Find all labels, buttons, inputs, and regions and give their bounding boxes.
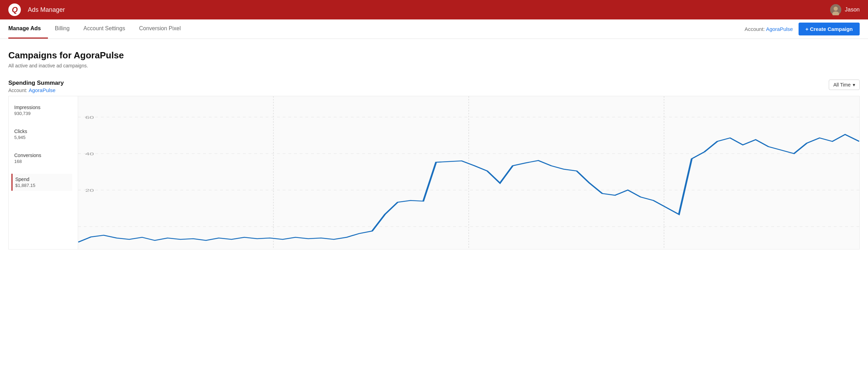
metric-impressions[interactable]: Impressions 930,739: [14, 102, 72, 119]
tab-manage-ads[interactable]: Manage Ads: [8, 19, 48, 39]
spending-header: Spending Summary Account: AgoraPulse All…: [8, 80, 860, 93]
page-subtitle: All active and inactive ad campaigns.: [8, 63, 860, 68]
avatar: [830, 4, 841, 15]
account-link[interactable]: AgoraPulse: [766, 26, 793, 32]
spending-account-link[interactable]: AgoraPulse: [28, 87, 56, 93]
tab-account-settings[interactable]: Account Settings: [76, 19, 132, 39]
svg-text:60: 60: [85, 115, 94, 120]
svg-text:40: 40: [85, 152, 94, 156]
nav-bar: Manage Ads Billing Account Settings Conv…: [0, 19, 868, 39]
spending-summary-section: Spending Summary Account: AgoraPulse All…: [8, 80, 860, 249]
app-name: Ads Manager: [28, 6, 65, 14]
tab-conversion-pixel[interactable]: Conversion Pixel: [132, 19, 187, 39]
create-campaign-button[interactable]: + Create Campaign: [799, 23, 860, 35]
metric-clicks[interactable]: Clicks 5,945: [14, 126, 72, 143]
chevron-down-icon: ▾: [853, 82, 855, 88]
nav-right: Account: AgoraPulse + Create Campaign: [744, 23, 860, 35]
quora-logo: Q: [8, 3, 21, 16]
chart-container: Impressions 930,739 Clicks 5,945 Convers…: [8, 96, 860, 249]
main-content: Campaigns for AgoraPulse All active and …: [0, 39, 868, 261]
page-title: Campaigns for AgoraPulse: [8, 50, 860, 61]
spending-account: Account: AgoraPulse: [8, 87, 64, 93]
chart-metrics-sidebar: Impressions 930,739 Clicks 5,945 Convers…: [9, 96, 78, 249]
spending-header-left: Spending Summary Account: AgoraPulse: [8, 80, 64, 93]
logo-area: Q Ads Manager: [8, 3, 65, 16]
app-header: Q Ads Manager Jason: [0, 0, 868, 19]
nav-tabs: Manage Ads Billing Account Settings Conv…: [8, 19, 187, 39]
time-filter-dropdown[interactable]: All Time ▾: [829, 80, 860, 90]
quora-logo-letter: Q: [8, 3, 21, 16]
tab-billing[interactable]: Billing: [48, 19, 77, 39]
chart-area: 60 40 20: [78, 96, 859, 249]
svg-point-1: [834, 7, 838, 11]
metric-spend[interactable]: Spend $1,887.15: [11, 174, 72, 191]
metric-conversions[interactable]: Conversions 168: [14, 150, 72, 167]
svg-text:20: 20: [85, 188, 94, 192]
username: Jason: [845, 7, 860, 13]
spending-chart: 60 40 20: [78, 96, 859, 249]
account-label: Account: AgoraPulse: [744, 26, 793, 32]
spending-title: Spending Summary: [8, 80, 64, 87]
user-area[interactable]: Jason: [830, 4, 860, 15]
